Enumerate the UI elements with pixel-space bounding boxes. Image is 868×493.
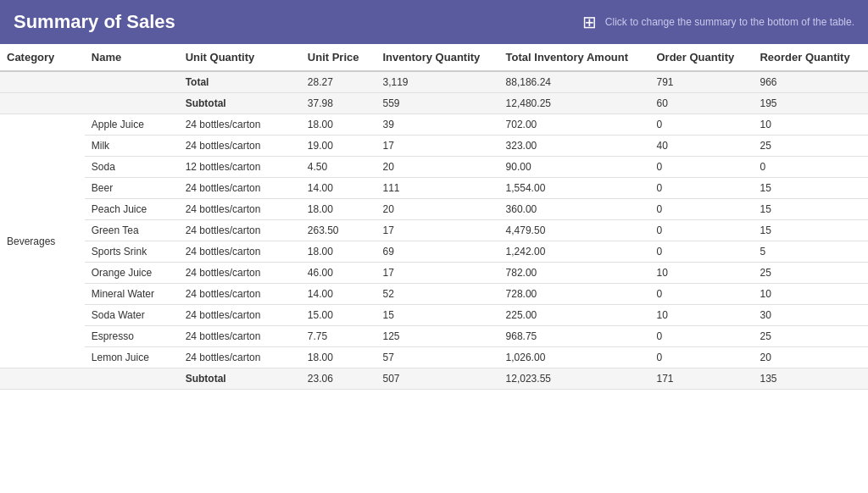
item-total-inv: 360.00 <box>499 199 650 220</box>
col-header-unit-quantity: Unit Quantity <box>179 44 301 71</box>
app-container: Summary of Sales ⊞ Click to change the s… <box>0 0 868 493</box>
col-header-name: Name <box>85 44 179 71</box>
col-header-reorder-quantity: Reorder Quantity <box>753 44 868 71</box>
col-header-category: Category <box>0 44 85 71</box>
table-row: Beer 24 bottles/carton 14.00 111 1,554.0… <box>0 178 868 199</box>
summary-toggle-icon[interactable]: ⊞ <box>582 12 597 32</box>
table-row: Milk 24 bottles/carton 19.00 17 323.00 4… <box>0 136 868 157</box>
item-order-qty: 40 <box>650 136 754 157</box>
total-label-cell: Total <box>179 71 301 93</box>
item-order-qty: 10 <box>650 263 754 284</box>
item-reorder-qty: 30 <box>753 305 868 326</box>
table-row: Sports Srink 24 bottles/carton 18.00 69 … <box>0 241 868 263</box>
item-unit-price: 15.00 <box>301 305 376 326</box>
bev-sub-order-qty: 171 <box>650 368 754 390</box>
item-inv-qty: 17 <box>376 220 499 241</box>
total-name-cell <box>85 71 179 93</box>
table-row: Soda Water 24 bottles/carton 15.00 15 22… <box>0 305 868 326</box>
item-reorder-qty: 15 <box>753 178 868 199</box>
table-header-row: Category Name Unit Quantity Unit Price I… <box>0 44 868 71</box>
table-row: Espresso 24 bottles/carton 7.75 125 968.… <box>0 326 868 347</box>
col-header-order-quantity: Order Quantity <box>650 44 754 71</box>
table-row: Green Tea 24 bottles/carton 263.50 17 4,… <box>0 220 868 241</box>
item-name: Soda <box>85 157 179 178</box>
item-unit-price: 18.00 <box>301 114 376 136</box>
item-name: Sports Srink <box>85 241 179 263</box>
table-row: Peach Juice 24 bottles/carton 18.00 20 3… <box>0 199 868 220</box>
item-reorder-qty: 25 <box>753 326 868 347</box>
item-name: Soda Water <box>85 305 179 326</box>
total-row: Total 28.27 3,119 88,186.24 791 966 <box>0 71 868 93</box>
total-category-cell <box>0 71 85 93</box>
summary-table: Category Name Unit Quantity Unit Price I… <box>0 44 868 390</box>
item-unit-price: 4.50 <box>301 157 376 178</box>
item-reorder-qty: 25 <box>753 263 868 284</box>
item-total-inv: 728.00 <box>499 284 650 305</box>
item-reorder-qty: 10 <box>753 114 868 136</box>
item-name: Beer <box>85 178 179 199</box>
item-total-inv: 225.00 <box>499 305 650 326</box>
total-inv-qty: 3,119 <box>376 71 499 93</box>
item-unit-qty: 24 bottles/carton <box>179 326 301 347</box>
item-order-qty: 0 <box>650 220 754 241</box>
header-right: ⊞ Click to change the summary to the bot… <box>582 12 854 32</box>
item-reorder-qty: 15 <box>753 220 868 241</box>
total-total-inv: 88,186.24 <box>499 71 650 93</box>
item-inv-qty: 39 <box>376 114 499 136</box>
item-order-qty: 0 <box>650 347 754 368</box>
table-row: Beverages Apple Juice 24 bottles/carton … <box>0 114 868 136</box>
item-unit-price: 7.75 <box>301 326 376 347</box>
item-inv-qty: 125 <box>376 326 499 347</box>
item-name: Green Tea <box>85 220 179 241</box>
item-order-qty: 0 <box>650 157 754 178</box>
sub1-label-cell: Subtotal <box>179 93 301 114</box>
bev-sub-reorder-qty: 135 <box>753 368 868 390</box>
item-order-qty: 0 <box>650 178 754 199</box>
item-reorder-qty: 5 <box>753 241 868 263</box>
col-header-inventory-quantity: Inventory Quantity <box>376 44 499 71</box>
item-unit-qty: 24 bottles/carton <box>179 136 301 157</box>
item-unit-price: 18.00 <box>301 347 376 368</box>
item-order-qty: 0 <box>650 284 754 305</box>
header-hint: Click to change the summary to the botto… <box>605 16 854 28</box>
item-total-inv: 1,026.00 <box>499 347 650 368</box>
item-inv-qty: 111 <box>376 178 499 199</box>
item-unit-price: 46.00 <box>301 263 376 284</box>
bev-sub-category-cell <box>0 368 85 390</box>
item-name: Milk <box>85 136 179 157</box>
table-row: Orange Juice 24 bottles/carton 46.00 17 … <box>0 263 868 284</box>
item-total-inv: 968.75 <box>499 326 650 347</box>
item-unit-price: 14.00 <box>301 178 376 199</box>
item-unit-qty: 12 bottles/carton <box>179 157 301 178</box>
item-reorder-qty: 0 <box>753 157 868 178</box>
item-inv-qty: 52 <box>376 284 499 305</box>
item-name: Apple Juice <box>85 114 179 136</box>
item-reorder-qty: 20 <box>753 347 868 368</box>
bev-sub-label: Subtotal <box>179 368 301 390</box>
item-unit-qty: 24 bottles/carton <box>179 220 301 241</box>
table-row: Soda 12 bottles/carton 4.50 20 90.00 0 0 <box>0 157 868 178</box>
item-order-qty: 0 <box>650 241 754 263</box>
item-name: Orange Juice <box>85 263 179 284</box>
item-inv-qty: 57 <box>376 347 499 368</box>
item-unit-price: 18.00 <box>301 241 376 263</box>
item-reorder-qty: 25 <box>753 136 868 157</box>
item-unit-qty: 24 bottles/carton <box>179 199 301 220</box>
sub1-category-cell <box>0 93 85 114</box>
page-title: Summary of Sales <box>14 11 175 33</box>
item-inv-qty: 20 <box>376 157 499 178</box>
table-row: Mineral Water 24 bottles/carton 14.00 52… <box>0 284 868 305</box>
table-wrapper: Category Name Unit Quantity Unit Price I… <box>0 44 868 493</box>
table-row: Lemon Juice 24 bottles/carton 18.00 57 1… <box>0 347 868 368</box>
item-order-qty: 10 <box>650 305 754 326</box>
bev-sub-total-inv: 12,023.55 <box>499 368 650 390</box>
total-unit-price: 28.27 <box>301 71 376 93</box>
item-unit-price: 14.00 <box>301 284 376 305</box>
item-unit-price: 263.50 <box>301 220 376 241</box>
item-unit-qty: 24 bottles/carton <box>179 241 301 263</box>
item-unit-qty: 24 bottles/carton <box>179 347 301 368</box>
item-total-inv: 90.00 <box>499 157 650 178</box>
sub1-unit-price: 37.98 <box>301 93 376 114</box>
item-order-qty: 0 <box>650 326 754 347</box>
item-total-inv: 323.00 <box>499 136 650 157</box>
